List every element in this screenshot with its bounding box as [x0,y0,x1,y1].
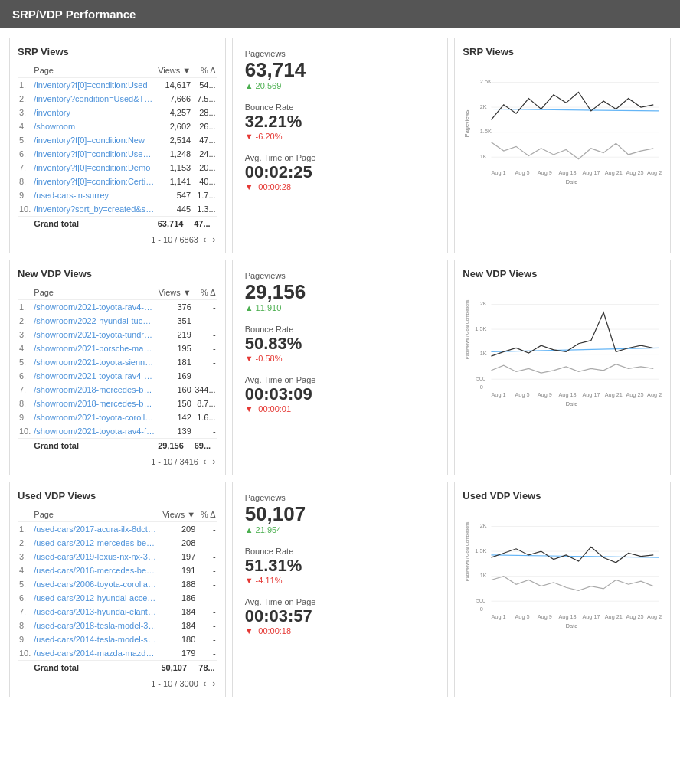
views-cell: 4,257 [156,106,193,119]
page-cell[interactable]: /inventory?f[0]=condition:Used [32,78,155,93]
svg-text:Pageviews: Pageviews [463,109,470,137]
srp-footer-pct: 47... [192,217,217,231]
views-cell: 184 [159,619,197,632]
table-row: 3. /inventory 4,257 28... [18,106,217,119]
page-cell[interactable]: /showroom/2021-toyota-tundra-4x4-crewnax… [32,328,156,341]
srp-next-button[interactable]: › [211,234,217,245]
pct-cell: - [197,632,217,646]
page-cell[interactable]: /showroom/2021-toyota-sienna-8-passenger… [32,355,156,369]
page-cell[interactable]: /inventory?sort_by=created&sort_order=DE… [32,202,155,217]
table-row: 4. /showroom 2,602 26... [18,119,217,133]
new-vdp-next-button[interactable]: › [211,456,217,467]
svg-line-49 [492,555,659,557]
srp-bounce-value: 32.21% [245,113,436,130]
page-cell[interactable]: /used-cars/2013-hyundai-elantra-l-6sp/pr… [32,605,159,619]
row-num: 9. [18,188,32,202]
row-num: 1. [18,78,32,93]
srp-bounce-label: Bounce Rate [245,103,436,112]
page-cell[interactable]: /used-cars/2018-tesla-model-3/p1984305a [32,619,159,632]
page-cell[interactable]: /inventory?condition=Used&TFCLID=95EAD27… [32,92,155,106]
new-vdp-bounce-value: 50.83% [245,335,436,352]
page-cell[interactable]: /showroom/2021-toyota-corolla-cvt-hybrid [32,410,156,424]
pct-cell: 47... [192,133,217,147]
srp-avgtime-metric: Avg. Time on Page 00:02:25 ▼ -00:00:28 [245,153,436,191]
page-cell[interactable]: /used-cars/2006-toyota-corolla-ce/21c537… [32,577,159,591]
pct-cell: 26... [192,119,217,133]
page-cell[interactable]: /inventory?f[0]=condition:Demo [32,161,155,175]
used-vdp-pageviews-metric: Pageviews 50,107 ▲ 21,954 [245,493,436,534]
views-cell: 142 [156,410,193,424]
svg-text:Aug 5: Aug 5 [515,391,530,398]
pct-cell: - [193,300,217,315]
new-vdp-col-views[interactable]: Views ▼ [156,286,193,300]
new-vdp-table-panel: New VDP Views Page Views ▼ % Δ 1. /showr… [9,260,226,475]
table-row: 4. /showroom/2021-porsche-macan-awd 195 … [18,341,217,355]
pct-cell: 1.7... [192,188,217,202]
used-vdp-pagination: 1 - 10 / 3000 ‹ › [18,678,217,689]
page-cell[interactable]: /used-cars-in-surrey [32,188,155,202]
page-cell[interactable]: /used-cars/2012-hyundai-accent-gl/io5651… [32,591,159,605]
new-vdp-avgtime-label: Avg. Time on Page [245,375,436,384]
used-vdp-table: Page Views ▼ % Δ 1. /used-cars/2017-acur… [18,508,217,675]
svg-text:Aug 21: Aug 21 [605,169,623,176]
row-num: 8. [18,397,32,410]
page-cell[interactable]: /used-cars/2014-mazda-mazda3-sport-gs-sk… [32,646,159,661]
page-cell[interactable]: /used-cars/2012-mercedes-benz-e-class-4m… [32,536,159,550]
page-cell[interactable]: /inventory?f[0]=condition:Certified [32,175,155,188]
new-vdp-table: Page Views ▼ % Δ 1. /showroom/2021-toyot… [18,286,217,452]
row-num: 3. [18,328,32,341]
used-vdp-col-views[interactable]: Views ▼ [159,508,197,522]
table-row: 9. /used-cars-in-surrey 547 1.7... [18,188,217,202]
views-cell: 181 [156,355,193,369]
svg-text:Aug 25: Aug 25 [626,391,644,398]
page-cell[interactable]: /showroom/2021-toyota-rav4-awd-trail [32,369,156,383]
page-cell[interactable]: /showroom/2021-toyota-rav4-awd-hybrid-xl… [32,300,156,315]
views-cell: 376 [156,300,193,315]
page-cell[interactable]: /used-cars/2017-acura-ilx-8dct/fe0599a [32,522,159,537]
page-cell[interactable]: /showroom/2022-hyundai-tucson-awd-wtrend… [32,314,156,328]
new-vdp-prev-button[interactable]: ‹ [201,456,208,467]
used-vdp-metrics-panel: Pageviews 50,107 ▲ 21,954 Bounce Rate 51… [232,482,449,697]
svg-text:Aug 21: Aug 21 [605,391,623,398]
views-cell: 351 [156,314,193,328]
new-vdp-chart-title: New VDP Views [463,268,662,279]
table-row: 10. /used-cars/2014-mazda-mazda3-sport-g… [18,646,217,661]
views-cell: 208 [159,536,197,550]
srp-prev-button[interactable]: ‹ [201,234,208,245]
views-cell: 139 [156,424,193,439]
srp-col-views[interactable]: Views ▼ [156,64,193,78]
page-cell[interactable]: /showroom [32,119,155,133]
page-cell[interactable]: /showroom/2021-toyota-rav4-fwd-le [32,424,156,439]
svg-text:1K: 1K [480,572,487,579]
pct-cell: 40... [192,175,217,188]
page-cell[interactable]: /inventory?f[0]=condition:New [32,133,155,147]
page-cell[interactable]: /inventory [32,106,155,119]
page-cell[interactable]: /used-cars/2014-tesla-model-s-performanc… [32,632,159,646]
pct-cell: - [197,577,217,591]
page-cell[interactable]: /inventory?f[0]=condition:Used&f[1]=deal… [32,147,155,161]
page-cell[interactable]: /showroom/2021-porsche-macan-awd [32,341,156,355]
table-row: 7. /inventory?f[0]=condition:Demo 1,153 … [18,161,217,175]
svg-text:Date: Date [566,622,577,629]
page-cell[interactable]: /used-cars/2016-mercedes-benz-cla-4matic… [32,564,159,577]
svg-line-9 [492,109,659,110]
views-cell: 169 [156,369,193,383]
pct-cell: - [197,646,217,661]
page-cell[interactable]: /showroom/2018-mercedes-benz-gle-4matic-… [32,397,156,410]
new-vdp-col-pct: % Δ [193,286,217,300]
new-vdp-bounce-delta: ▼ -0.58% [245,354,436,363]
used-vdp-prev-button[interactable]: ‹ [201,678,208,689]
row-num: 5. [18,133,32,147]
new-vdp-pageviews-label: Pageviews [245,271,436,280]
svg-text:Aug 1: Aug 1 [492,613,506,620]
table-row: 8. /used-cars/2018-tesla-model-3/p198430… [18,619,217,632]
row-num: 2. [18,92,32,106]
page-cell[interactable]: /used-cars/2019-lexus-nx-nx-300h/p196777 [32,550,159,564]
used-vdp-next-button[interactable]: › [211,678,217,689]
row-num: 7. [18,161,32,175]
table-row: 2. /used-cars/2012-mercedes-benz-e-class… [18,536,217,550]
new-vdp-footer-pct: 69... [193,439,217,453]
pct-cell: - [193,369,217,383]
page-cell[interactable]: /showroom/2018-mercedes-benz-g-class-suv… [32,383,156,397]
svg-text:Aug 29: Aug 29 [647,391,662,398]
